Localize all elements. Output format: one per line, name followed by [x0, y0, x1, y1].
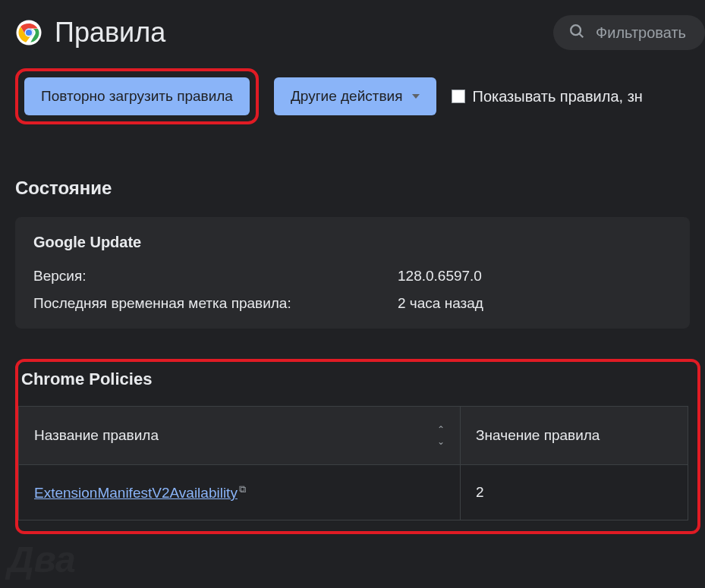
policy-value-header: Значение правила [476, 427, 600, 443]
show-unset-label: Показывать правила, зн [473, 88, 643, 105]
chrome-logo-icon [15, 19, 42, 46]
reload-policies-button[interactable]: Повторно загрузить правила [24, 77, 250, 115]
search-input[interactable] [596, 24, 690, 42]
chevron-down-icon [412, 94, 420, 99]
highlight-policies: Chrome Policies Название правила ⌃ ⌄ Зна… [15, 359, 700, 534]
policies-section-title: Chrome Policies [21, 369, 688, 389]
sort-up-icon[interactable]: ⌃ [437, 425, 445, 434]
status-version-value: 128.0.6597.0 [398, 268, 482, 285]
page-title: Правила [55, 17, 165, 49]
status-timestamp-value: 2 часа назад [398, 295, 483, 312]
search-icon [568, 23, 585, 42]
status-timestamp-label: Последняя временная метка правила: [33, 295, 398, 312]
status-section-title: Состояние [15, 178, 705, 199]
svg-line-4 [579, 33, 583, 37]
watermark: Два [8, 539, 76, 580]
status-card-title: Google Update [33, 234, 672, 251]
policy-link[interactable]: ExtensionManifestV2Availability [34, 485, 238, 501]
table-row: ExtensionManifestV2Availability⧉ 2 [19, 465, 688, 520]
reload-button-label: Повторно загрузить правила [41, 88, 233, 105]
external-link-icon: ⧉ [239, 483, 246, 495]
policy-table: Название правила ⌃ ⌄ Значение правила Ex… [18, 406, 688, 520]
other-actions-label: Другие действия [291, 88, 403, 105]
highlight-reload: Повторно загрузить правила [15, 68, 259, 124]
other-actions-dropdown[interactable]: Другие действия [274, 77, 436, 115]
search-container[interactable] [553, 15, 705, 50]
policy-name-header: Название правила [34, 427, 159, 444]
policy-value-cell: 2 [461, 465, 688, 520]
show-unset-checkbox[interactable] [452, 90, 465, 103]
status-version-label: Версия: [33, 268, 398, 285]
sort-down-icon[interactable]: ⌄ [437, 437, 445, 446]
status-card: Google Update Версия: 128.0.6597.0 После… [15, 217, 690, 329]
svg-point-3 [571, 25, 581, 35]
